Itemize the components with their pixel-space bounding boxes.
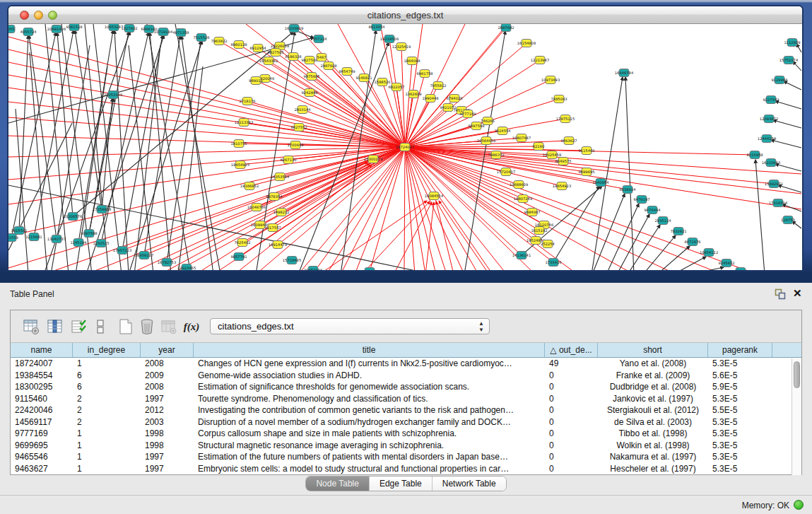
float-panel-icon[interactable] [775, 288, 786, 300]
graph-edge[interactable] [773, 120, 801, 128]
table-cell[interactable]: de Silva et al. (2003) [598, 416, 708, 428]
table-row[interactable]: 1456911722003Disruption of a novel membe… [11, 416, 772, 428]
table-cell[interactable]: 0 [545, 381, 598, 393]
graph-edge[interactable] [144, 36, 180, 255]
table-cell[interactable]: 5.3E-5 [708, 358, 772, 370]
graph-edge[interactable] [643, 235, 676, 271]
graph-edge[interactable] [673, 257, 706, 271]
graph-edge[interactable] [11, 33, 56, 238]
graph-edge[interactable] [310, 93, 405, 147]
table-cell[interactable]: Corpus callosum shape and size in male p… [194, 428, 545, 440]
column-header-name[interactable]: name [11, 343, 73, 357]
table-row[interactable]: 2242004622012Investigating the contribut… [11, 404, 772, 416]
table-cell[interactable]: 5.3E-5 [708, 440, 772, 452]
table-cell[interactable]: 0 [545, 428, 598, 440]
table-cell[interactable]: 9465546 [11, 451, 73, 463]
table-cell[interactable]: Estimation of the future numbers of pati… [194, 451, 545, 463]
graph-edge[interactable] [239, 147, 405, 257]
graph-edge[interactable] [389, 39, 405, 147]
graph-edge[interactable] [782, 204, 801, 211]
tab-network-table[interactable]: Network Table [433, 477, 506, 491]
column-pair-icon[interactable] [92, 318, 109, 335]
table-cell[interactable]: 1997 [141, 451, 194, 463]
column-header-title[interactable]: title [194, 343, 545, 357]
table-cell[interactable]: 1 [73, 428, 141, 440]
table-cell[interactable]: 22420046 [11, 404, 73, 416]
table-cell[interactable]: Investigating the contribution of common… [194, 404, 545, 416]
column-header-in_degree[interactable]: in_degree [73, 343, 141, 357]
column-header-pagerank[interactable]: pagerank [708, 343, 772, 357]
table-cell[interactable]: Changes of HCN gene expression and I(f) … [194, 358, 545, 370]
table-settings-icon[interactable] [23, 318, 40, 335]
table-cell[interactable]: 2 [73, 393, 141, 405]
table-cell[interactable]: 1 [73, 440, 141, 452]
vertical-scrollbar[interactable] [792, 358, 801, 475]
table-cell[interactable]: 1997 [141, 393, 194, 405]
table-cell[interactable]: 5.5E-5 [708, 404, 772, 416]
table-row[interactable]: 1830029562008Estimation of significance … [11, 381, 772, 393]
table-cell[interactable]: Genome-wide association studies in ADHD. [194, 370, 545, 382]
graph-edge[interactable] [405, 147, 801, 174]
table-cell[interactable]: 5.3E-5 [708, 416, 772, 428]
close-traffic-light[interactable] [20, 11, 29, 20]
table-cell[interactable]: 49 [545, 358, 598, 370]
function-icon[interactable]: f(x) [183, 318, 200, 335]
column-header-out_de[interactable]: △ out_de... [545, 343, 598, 357]
graph-edge[interactable] [355, 147, 405, 271]
table-cell[interactable]: 5.3E-5 [708, 393, 772, 405]
graph-edge[interactable] [8, 185, 433, 271]
table-cell[interactable]: 1998 [141, 440, 194, 452]
graph-edge[interactable] [394, 202, 432, 271]
table-cell[interactable]: 5.3E-5 [708, 428, 772, 440]
scrollbar-thumb[interactable] [794, 361, 800, 388]
table-cell[interactable]: Stergiakouli et al. (2012) [598, 404, 708, 416]
trash-icon[interactable] [139, 318, 155, 335]
zoom-traffic-light[interactable] [48, 11, 57, 20]
network-window-titlebar[interactable]: citations_edges.txt [8, 6, 802, 24]
table-cell[interactable]: 1998 [141, 428, 194, 440]
table-cell[interactable]: 0 [545, 393, 598, 405]
graph-edge[interactable] [522, 186, 602, 255]
table-cell[interactable]: 2008 [141, 381, 194, 393]
table-cell[interactable]: Hescheler et al. (1997) [598, 463, 708, 475]
close-panel-icon[interactable]: ✕ [793, 288, 802, 299]
table-cell[interactable]: Dudbridge et al. (2008) [598, 381, 708, 393]
table-row[interactable]: 969969511998Structural magnetic resonanc… [11, 440, 772, 452]
table-cell[interactable]: 6 [73, 381, 141, 393]
table-cell[interactable]: 6 [73, 370, 141, 382]
network-canvas[interactable]: 7963822896012889129542822605898275058186… [8, 24, 802, 271]
table-row[interactable]: 911546021997Tourette syndrome. Phenomeno… [11, 393, 772, 405]
table-cell[interactable]: 18300295 [11, 381, 73, 393]
table-cell[interactable]: Tibbo et al. (1998) [598, 428, 708, 440]
table-cell[interactable]: Tourette syndrome. Phenomenology and cla… [194, 393, 545, 405]
graph-edge[interactable] [755, 160, 765, 271]
table-row[interactable]: 946362711997Embryonic stem cells: a mode… [11, 463, 772, 475]
table-cell[interactable]: 0 [545, 440, 598, 452]
table-cell[interactable]: 1 [73, 451, 141, 463]
table-selector-combo[interactable]: citations_edges.txt▲▼ [210, 318, 490, 334]
table-cell[interactable]: Disruption of a novel member of a sodium… [194, 416, 545, 428]
table-cell[interactable]: 5.3E-5 [708, 451, 772, 463]
new-document-icon[interactable] [117, 318, 134, 335]
table-cell[interactable]: 2003 [141, 416, 194, 428]
table-cell[interactable]: 2 [73, 404, 141, 416]
table-cell[interactable]: Yano et al. (2008) [598, 358, 708, 370]
graph-edge[interactable] [276, 52, 405, 147]
table-cell[interactable]: 0 [545, 370, 598, 382]
table-cell[interactable]: Structural magnetic resonance image aver… [194, 440, 545, 452]
tab-node-table[interactable]: Node Table [306, 477, 370, 491]
table-cell[interactable]: 0 [545, 463, 598, 475]
table-cell[interactable]: 9115460 [11, 393, 73, 405]
table-cell[interactable]: Embryonic stem cells: a model to study s… [194, 463, 545, 475]
table-cell[interactable]: Nakamura et al. (1997) [598, 451, 708, 463]
table-cell[interactable]: 9699695 [11, 440, 73, 452]
table-select-checks-icon[interactable] [71, 318, 88, 335]
column-header-year[interactable]: year [141, 343, 194, 357]
table-cell[interactable]: 2 [73, 416, 141, 428]
table-row[interactable]: 1938455462009Genome-wide association stu… [11, 370, 772, 382]
table-cell[interactable]: 1997 [141, 463, 194, 475]
table-cell[interactable]: 9463627 [11, 463, 73, 475]
graph-edge[interactable] [34, 30, 73, 237]
graph-edge[interactable] [404, 147, 405, 271]
graph-edge[interactable] [405, 28, 506, 147]
